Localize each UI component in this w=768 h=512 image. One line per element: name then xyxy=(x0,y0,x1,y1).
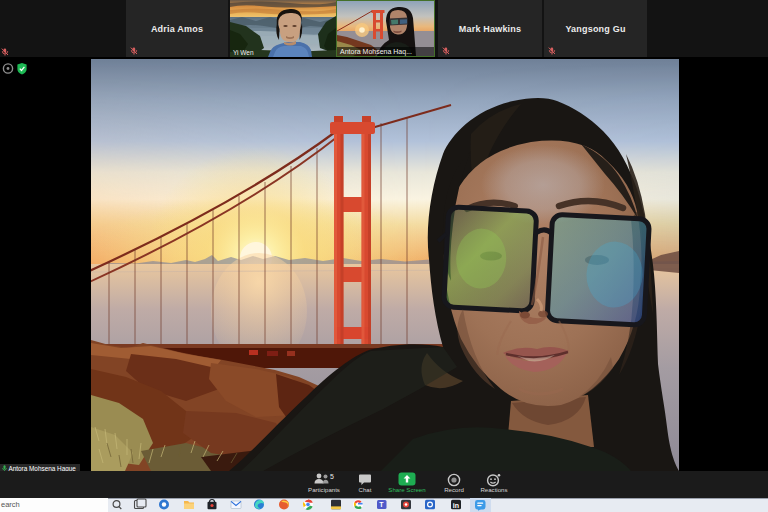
svg-text:Antora Mohsena Haq...: Antora Mohsena Haq... xyxy=(340,48,412,56)
svg-text:Yi Wen: Yi Wen xyxy=(233,49,254,56)
svg-text:in: in xyxy=(453,502,459,509)
svg-text:T: T xyxy=(379,501,384,508)
svg-text:5: 5 xyxy=(330,473,334,480)
